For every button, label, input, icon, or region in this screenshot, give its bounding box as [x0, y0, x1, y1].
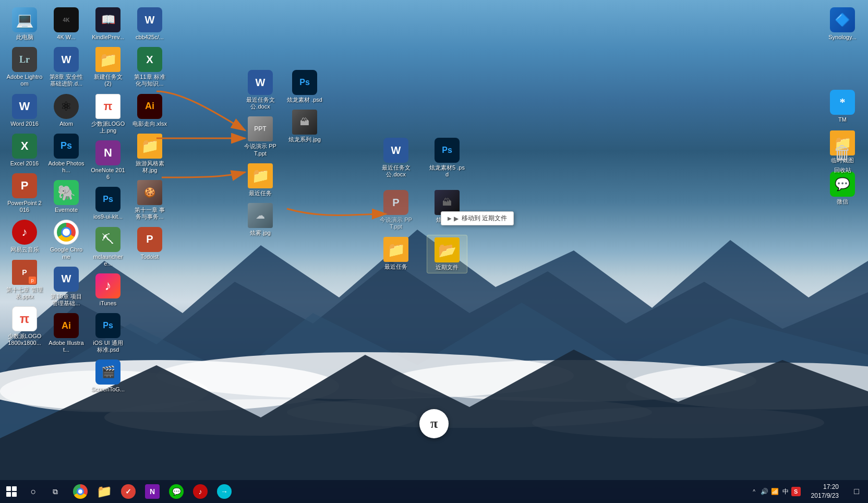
icon-label-travel: 电影走向.xlsx [132, 121, 167, 127]
icon-pi-png[interactable]: π 少数派LOGO 上.png [88, 92, 128, 136]
sogou-icon: S [794, 488, 798, 495]
icon-lightroom[interactable]: Lr Adobe Lightroom [4, 45, 45, 89]
icon-netease-music[interactable]: ♪ 网易云音乐 [4, 218, 45, 255]
icon-recycle-bin[interactable]: 🗑 回收站 [822, 138, 863, 176]
icon-rf-psd1[interactable]: Ps 炫龙素材5 .psd [427, 136, 467, 180]
icon-label-onenote: OneNote 2016 [90, 167, 126, 181]
icon-label-chanlan-series-mid: 炫龙系列.jpg [288, 136, 321, 143]
icon-label-excel: Excel 2016 [10, 160, 39, 167]
ime-icon: 中 [782, 487, 789, 496]
icon-photoshop[interactable]: Ps Adobe Photosh... [46, 131, 87, 176]
taskview-icon: ⧉ [53, 487, 58, 496]
icon-material-folder[interactable]: 📁 旅游风格素 材.jpg [129, 131, 170, 176]
icon-movie-xlsx[interactable]: X 第11章 标准 化与知识... [129, 45, 170, 89]
icon-ppt-drag-src[interactable]: P 今说演示 PPT.ppt [376, 188, 416, 232]
icon-4kw[interactable]: 4K 4K W... [46, 5, 87, 43]
tray-ime[interactable]: 中 [781, 487, 790, 496]
icon-evernote[interactable]: 🐘 Evernote [46, 178, 87, 215]
icon-column-2: 4K 4K W... W 第8章 安全性 基础进阶.d... ⚛ Atom Ps… [46, 5, 87, 356]
taskbar-onenote[interactable]: N [141, 480, 164, 503]
icon-561-jpg[interactable]: 🍪 第十一章 事 务与事务... [129, 178, 170, 222]
context-menu-text: 移动到 近期文件 [462, 214, 507, 223]
tray-sogou[interactable]: S [791, 487, 801, 496]
icon-atom-app[interactable]: ⚛ Atom [46, 92, 87, 129]
icon-ppt2016[interactable]: P PowerPoint 2016 [4, 171, 45, 215]
icon-label-ch10: 第10章 项目 管理基础... [48, 293, 85, 307]
context-menu-tooltip[interactable]: ▶ 移动到 近期文件 [441, 211, 514, 225]
icon-google-chrome[interactable]: Google Chrome [46, 218, 87, 262]
icon-label-iosui: iOS UI 通用 标准.psd [90, 340, 126, 353]
icon-newtask2[interactable]: 📁 新建任务文 (2) [88, 45, 128, 89]
pi-floating-icon[interactable]: π [419, 409, 449, 438]
icon-label-itunes: iTunes [100, 300, 117, 307]
icon-travel-jpg[interactable]: Ai 电影走向.xlsx [129, 92, 170, 129]
system-clock[interactable]: 17:20 2017/9/23 [805, 480, 845, 503]
icon-label-4kw: 4K W... [57, 34, 75, 41]
icon-label-ch11: cbb425c/... [136, 34, 164, 41]
icon-tm-app[interactable]: * TM [822, 88, 863, 125]
icon-label-ai: Adobe Illustrat... [48, 340, 85, 353]
icon-label-ch8: 第8章 安全性 基础进阶.d... [48, 74, 85, 87]
icon-column-5b: Ps 炫龙素材 .psd 🏔 炫龙系列.jpg [284, 68, 325, 146]
icon-ch11-std[interactable]: W cbb425c/... [129, 5, 170, 43]
taskview-button[interactable]: ⧉ [44, 480, 67, 503]
sendanywhere-tb-icon: → [221, 487, 228, 496]
music163-tb-icon: ♪ [199, 487, 202, 496]
icon-label-ppt-drag: 今说演示 PPT.ppt [378, 217, 414, 230]
icon-word2016[interactable]: W Word 2016 [4, 92, 45, 129]
taskbar-163music[interactable]: ♪ [189, 480, 212, 503]
icon-ch12-plsql[interactable]: P Todoist [129, 225, 170, 262]
icon-label-rf-docx1: 最近任务文 公.docx [378, 164, 414, 178]
icon-label-movie: 第11章 标准 化与知识... [131, 74, 168, 87]
taskbar-todoist[interactable]: ✓ [117, 480, 140, 503]
icon-excel2016[interactable]: X Excel 2016 [4, 131, 45, 169]
taskbar-wechat[interactable]: 💬 [165, 480, 188, 503]
icon-column-1: 💻 此电脑 Lr Adobe Lightroom W Word 2016 X E… [4, 5, 45, 350]
icon-label-evernote: Evernote [55, 207, 78, 213]
icon-pi-logo[interactable]: π 少数派LOGO 1800x1800... [4, 304, 45, 349]
chevron-up-icon: ^ [753, 489, 755, 495]
tray-network[interactable]: 📶 [770, 487, 780, 496]
onenote-tb-icon: N [150, 487, 155, 496]
icon-itunes-app[interactable]: ♪ iTunes [88, 271, 128, 309]
taskbar-sendanywhere[interactable]: → [213, 480, 236, 503]
icon-label-recycle: 回收站 [834, 167, 851, 174]
icon-chanlan-series-mid[interactable]: 🏔 炫龙系列.jpg [284, 107, 325, 145]
todoist-icon: ✓ [125, 487, 131, 496]
icon-label-br-recent: 最近任务 [384, 264, 407, 270]
icon-yunwu-jpg[interactable]: ☁ 炫雾.jpg [240, 201, 281, 238]
icon-recent-docx[interactable]: W 最近任务文公.docx [240, 68, 281, 112]
icon-ppt-mid[interactable]: PPT 今说演示 PPT.ppt [240, 114, 281, 159]
icon-kindle[interactable]: 📖 KindlePrev... [88, 5, 128, 43]
icon-chanlan-mid[interactable]: Ps 炫龙素材 .psd [284, 68, 325, 105]
icon-screentogif[interactable]: 🎬 ScreenToG... [88, 357, 128, 395]
icon-br-recent[interactable]: 📁 最近任务 [376, 235, 416, 273]
right-side-icons: 🔷 Synology... * TM 📁 临时截图 💬 微信 [822, 5, 863, 208]
icon-synology[interactable]: 🔷 Synology... [822, 5, 863, 43]
icon-label-tm: TM [838, 116, 847, 123]
icon-ch17-file[interactable]: P p 第十七章 管理表.pptx [4, 258, 45, 302]
taskbar-explorer[interactable]: 📁 [93, 480, 116, 503]
tray-volume[interactable]: 🔊 [760, 487, 769, 496]
icon-mclauncher[interactable]: ⛏ mclaunchere... [88, 225, 128, 269]
icon-ios-ui-psd[interactable]: Ps iOS UI 通用 标准.psd [88, 311, 128, 355]
icon-illustrator[interactable]: Ai Adobe Illustrat... [46, 311, 87, 355]
icon-recent-files-target[interactable]: 📂 近期文件 [427, 235, 467, 273]
icon-rf-docx1[interactable]: W 最近任务文 公.docx [376, 136, 416, 180]
notification-center-button[interactable]: □ [845, 480, 868, 503]
icon-recent-folder[interactable]: 📁 最近任务 [240, 161, 281, 199]
icon-label-chrome: Google Chrome [48, 246, 85, 260]
volume-icon: 🔊 [761, 488, 768, 495]
icon-label-word: Word 2016 [10, 121, 39, 127]
icon-computer[interactable]: 💻 此电脑 [4, 5, 45, 43]
start-button[interactable] [0, 480, 23, 503]
icon-ios9-kit[interactable]: Ps ios9-ui-kit... [88, 185, 128, 222]
taskbar-chrome[interactable] [69, 480, 92, 503]
icon-dark-file[interactable]: 🏔 炫龙系... [427, 188, 467, 232]
icon-ch10-proj[interactable]: W 第10章 项目 管理基础... [46, 265, 87, 309]
tray-show-hidden[interactable]: ^ [750, 487, 759, 496]
taskbar-search-button[interactable]: ○ [24, 482, 43, 501]
icon-onenote[interactable]: N OneNote 2016 [88, 138, 128, 183]
icon-ch8-security[interactable]: W 第8章 安全性 基础进阶.d... [46, 45, 87, 89]
clock-date: 2017/9/23 [811, 492, 839, 500]
